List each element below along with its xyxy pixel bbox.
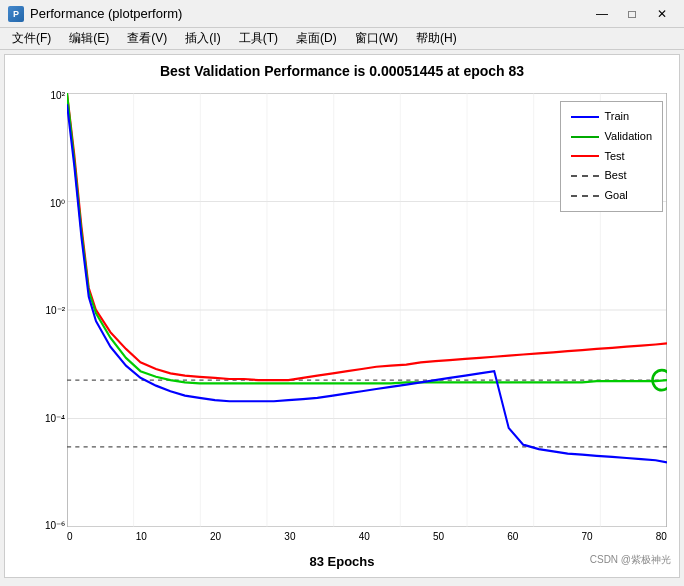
y-tick-1em4: 10⁻⁴ bbox=[45, 412, 65, 423]
y-tick-1em6: 10⁻⁶ bbox=[45, 520, 65, 531]
window-title: Performance (plotperform) bbox=[30, 6, 182, 21]
legend-validation-line bbox=[571, 136, 599, 138]
x-tick-70: 70 bbox=[582, 531, 593, 542]
menu-desktop[interactable]: 桌面(D) bbox=[288, 29, 345, 48]
menu-tools[interactable]: 工具(T) bbox=[231, 29, 286, 48]
menu-edit[interactable]: 编辑(E) bbox=[61, 29, 117, 48]
legend-train-label: Train bbox=[605, 107, 630, 127]
menu-file[interactable]: 文件(F) bbox=[4, 29, 59, 48]
legend-goal-line bbox=[571, 195, 599, 197]
x-tick-60: 60 bbox=[507, 531, 518, 542]
title-controls: — □ ✕ bbox=[588, 3, 676, 25]
x-tick-80: 80 bbox=[656, 531, 667, 542]
y-tick-1e2: 10² bbox=[51, 90, 65, 101]
x-tick-30: 30 bbox=[284, 531, 295, 542]
legend-validation-label: Validation bbox=[605, 127, 653, 147]
plot-container: Best Validation Performance is 0.0005144… bbox=[4, 54, 680, 578]
title-bar-left: P Performance (plotperform) bbox=[8, 6, 182, 22]
menu-view[interactable]: 查看(V) bbox=[119, 29, 175, 48]
legend-test-line bbox=[571, 155, 599, 157]
x-tick-50: 50 bbox=[433, 531, 444, 542]
x-tick-0: 0 bbox=[67, 531, 73, 542]
y-tick-1em2: 10⁻² bbox=[46, 305, 65, 316]
x-tick-40: 40 bbox=[359, 531, 370, 542]
app-icon: P bbox=[8, 6, 24, 22]
legend: Train Validation Test Best Goal bbox=[560, 101, 664, 212]
legend-train-line bbox=[571, 116, 599, 118]
legend-train: Train bbox=[571, 107, 653, 127]
minimize-button[interactable]: — bbox=[588, 3, 616, 25]
x-ticks: 0 10 20 30 40 50 60 70 80 bbox=[67, 527, 667, 545]
menu-insert[interactable]: 插入(I) bbox=[177, 29, 228, 48]
x-tick-20: 20 bbox=[210, 531, 221, 542]
legend-test-label: Test bbox=[605, 147, 625, 167]
plot-title: Best Validation Performance is 0.0005144… bbox=[5, 55, 679, 83]
legend-best-line bbox=[571, 175, 599, 177]
watermark: CSDN @紫极神光 bbox=[590, 553, 671, 567]
legend-goal-label: Goal bbox=[605, 186, 628, 206]
close-button[interactable]: ✕ bbox=[648, 3, 676, 25]
menu-window[interactable]: 窗口(W) bbox=[347, 29, 406, 48]
title-bar: P Performance (plotperform) — □ ✕ bbox=[0, 0, 684, 28]
menu-help[interactable]: 帮助(H) bbox=[408, 29, 465, 48]
legend-best-label: Best bbox=[605, 166, 627, 186]
legend-test: Test bbox=[571, 147, 653, 167]
menu-bar: 文件(F) 编辑(E) 查看(V) 插入(I) 工具(T) 桌面(D) 窗口(W… bbox=[0, 28, 684, 50]
legend-goal: Goal bbox=[571, 186, 653, 206]
maximize-button[interactable]: □ bbox=[618, 3, 646, 25]
x-tick-10: 10 bbox=[136, 531, 147, 542]
legend-validation: Validation bbox=[571, 127, 653, 147]
y-ticks: 10² 10⁰ 10⁻² 10⁻⁴ 10⁻⁶ bbox=[33, 95, 65, 525]
x-axis-label: 83 Epochs bbox=[309, 554, 374, 569]
legend-best: Best bbox=[571, 166, 653, 186]
y-tick-1e0: 10⁰ bbox=[50, 197, 65, 208]
